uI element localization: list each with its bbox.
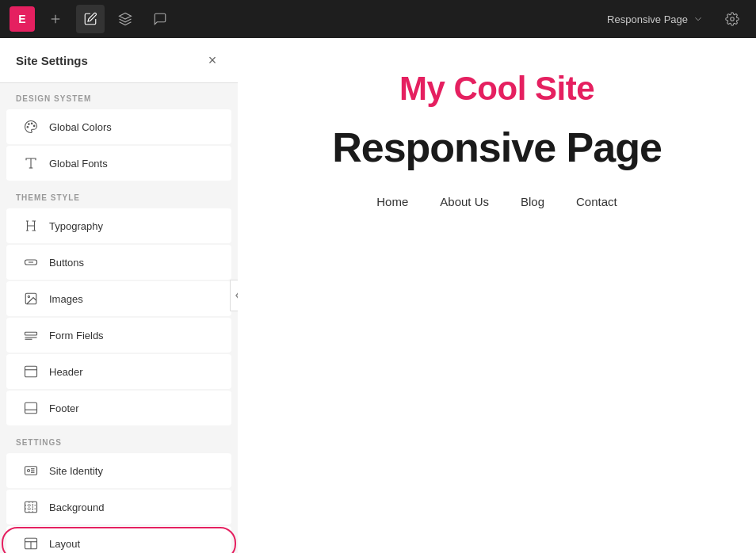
image-icon xyxy=(22,290,40,307)
palette-icon xyxy=(22,118,40,135)
layers-button[interactable] xyxy=(111,5,139,33)
nav-item-home[interactable]: Home xyxy=(376,195,408,208)
settings-gear-button[interactable] xyxy=(718,5,746,33)
footer-label: Footer xyxy=(49,402,79,414)
preview-page-title: Responsive Page xyxy=(332,124,662,171)
svg-point-5 xyxy=(29,124,30,125)
close-sidebar-button[interactable]: × xyxy=(203,51,222,70)
form-fields-label: Form Fields xyxy=(49,330,104,341)
svg-point-6 xyxy=(27,127,29,128)
layout-item[interactable]: Layout xyxy=(6,526,231,553)
global-fonts-label: Global Fonts xyxy=(49,158,108,170)
background-item[interactable]: Background xyxy=(6,490,231,524)
preview-nav: Home About Us Blog Contact xyxy=(376,195,617,208)
collapse-handle[interactable] xyxy=(230,280,238,311)
page-selector[interactable]: Responsive Page xyxy=(599,9,712,30)
background-label: Background xyxy=(49,502,104,513)
svg-point-4 xyxy=(33,125,35,127)
nav-item-blog[interactable]: Blog xyxy=(521,195,544,208)
site-title: My Cool Site xyxy=(399,70,594,108)
global-colors-item[interactable]: Global Colors xyxy=(6,109,231,144)
identity-icon xyxy=(22,462,40,479)
top-bar-right: Responsive Page xyxy=(599,5,746,33)
nav-item-about[interactable]: About Us xyxy=(440,195,489,208)
typography-item[interactable]: Typography xyxy=(6,208,231,243)
form-fields-item[interactable]: Form Fields xyxy=(6,318,231,353)
add-element-button[interactable] xyxy=(41,5,70,33)
svg-rect-13 xyxy=(25,332,37,335)
buttons-label: Buttons xyxy=(49,257,84,269)
elementor-logo[interactable]: E xyxy=(10,6,35,32)
site-identity-item[interactable]: Site Identity xyxy=(6,453,231,488)
type-icon xyxy=(22,154,40,172)
footer-icon xyxy=(22,399,40,417)
svg-rect-16 xyxy=(25,366,37,377)
nav-item-contact[interactable]: Contact xyxy=(576,195,617,208)
svg-rect-25 xyxy=(25,502,37,513)
svg-point-3 xyxy=(31,123,32,124)
header-item[interactable]: Header xyxy=(6,354,231,389)
footer-item[interactable]: Footer xyxy=(6,391,231,425)
sidebar-title: Site Settings xyxy=(16,54,88,67)
settings-label: SETTINGS xyxy=(0,427,238,453)
customize-button[interactable] xyxy=(76,5,105,33)
svg-point-12 xyxy=(28,296,29,297)
background-icon xyxy=(22,498,40,516)
comments-button[interactable] xyxy=(146,5,174,33)
global-colors-label: Global Colors xyxy=(49,121,112,133)
images-label: Images xyxy=(49,293,83,305)
top-bar: E Responsive Page xyxy=(0,0,756,38)
top-bar-left: E xyxy=(10,5,174,33)
buttons-icon xyxy=(22,254,40,271)
svg-rect-18 xyxy=(25,402,37,414)
preview-area: My Cool Site Responsive Page Home About … xyxy=(238,38,756,553)
site-identity-label: Site Identity xyxy=(49,465,103,477)
sidebar: Site Settings × DESIGN SYSTEM Global Col… xyxy=(0,38,238,553)
svg-point-2 xyxy=(731,17,735,21)
typography-label: Typography xyxy=(49,220,103,232)
svg-point-21 xyxy=(28,470,30,472)
sidebar-header: Site Settings × xyxy=(0,38,238,83)
heading-icon xyxy=(22,217,40,235)
layout-label: Layout xyxy=(49,538,80,550)
global-fonts-item[interactable]: Global Fonts xyxy=(6,146,231,181)
buttons-item[interactable]: Buttons xyxy=(6,245,231,280)
page-name-label: Responsive Page xyxy=(607,13,688,25)
header-label: Header xyxy=(49,366,83,378)
form-icon xyxy=(22,326,40,344)
layout-icon xyxy=(22,535,40,552)
images-item[interactable]: Images xyxy=(6,281,231,316)
main-area: Site Settings × DESIGN SYSTEM Global Col… xyxy=(0,38,756,553)
theme-style-label: THEME STYLE xyxy=(0,182,238,208)
header-icon xyxy=(22,363,40,380)
design-system-label: DESIGN SYSTEM xyxy=(0,83,238,109)
